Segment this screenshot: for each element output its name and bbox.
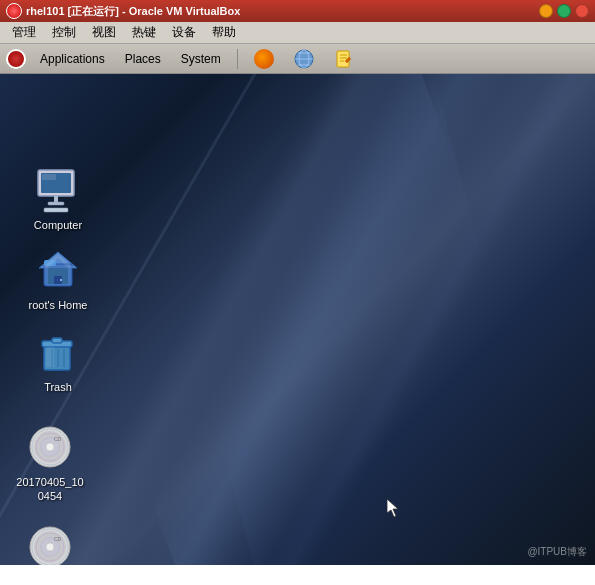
trash-icon[interactable]: Trash bbox=[18, 324, 98, 398]
maximize-button[interactable] bbox=[557, 4, 571, 18]
title-bar: rhel101 [正在运行] - Oracle VM VirtualBox bbox=[0, 0, 595, 22]
svg-rect-12 bbox=[54, 196, 58, 202]
svg-rect-14 bbox=[44, 208, 68, 212]
applications-menu[interactable]: Applications bbox=[34, 50, 111, 68]
cd1-icon[interactable]: CD 20170405_100454 bbox=[10, 419, 90, 508]
svg-rect-13 bbox=[48, 202, 64, 205]
mouse-cursor bbox=[387, 499, 399, 517]
svg-rect-28 bbox=[46, 347, 54, 367]
home-icon[interactable]: root's Home bbox=[18, 242, 98, 316]
cd2-icon-image: CD bbox=[26, 523, 74, 565]
desktop: Computer root's Home bbox=[0, 74, 595, 565]
separator bbox=[237, 49, 238, 69]
browser-launcher[interactable] bbox=[288, 47, 320, 71]
menu-devices[interactable]: 设备 bbox=[164, 22, 204, 43]
virtualbox-icon bbox=[6, 3, 22, 19]
computer-icon-image bbox=[34, 166, 82, 214]
computer-label: Computer bbox=[34, 218, 82, 232]
title-bar-controls[interactable] bbox=[539, 4, 589, 18]
firefox-launcher[interactable] bbox=[248, 47, 280, 71]
minimize-button[interactable] bbox=[539, 4, 553, 18]
cd1-icon-image: CD bbox=[26, 423, 74, 471]
menu-hotkey[interactable]: 热键 bbox=[124, 22, 164, 43]
menu-manage[interactable]: 管理 bbox=[4, 22, 44, 43]
cd2-icon[interactable]: CD RHEL_6.4 x86_64 Disc 1 bbox=[10, 519, 90, 565]
svg-rect-11 bbox=[42, 174, 56, 180]
app-bar: Applications Places System bbox=[0, 44, 595, 74]
home-label: root's Home bbox=[29, 298, 88, 312]
system-menu[interactable]: System bbox=[175, 50, 227, 68]
gnome-icon bbox=[6, 49, 26, 69]
title-bar-left: rhel101 [正在运行] - Oracle VM VirtualBox bbox=[6, 3, 240, 19]
svg-point-36 bbox=[41, 438, 59, 456]
computer-icon[interactable]: Computer bbox=[18, 162, 98, 236]
svg-rect-24 bbox=[52, 338, 62, 343]
notepad-launcher[interactable] bbox=[328, 47, 360, 71]
menu-view[interactable]: 视图 bbox=[84, 22, 124, 43]
cd1-label: 20170405_100454 bbox=[14, 475, 86, 504]
trash-label: Trash bbox=[44, 380, 72, 394]
trash-icon-image bbox=[34, 328, 82, 376]
window-title: rhel101 [正在运行] - Oracle VM VirtualBox bbox=[26, 4, 240, 19]
svg-marker-45 bbox=[387, 499, 398, 517]
svg-point-44 bbox=[41, 538, 59, 556]
menu-bar: 管理 控制 视图 热键 设备 帮助 bbox=[0, 22, 595, 44]
svg-point-21 bbox=[60, 279, 62, 281]
firefox-icon bbox=[254, 49, 274, 69]
menu-control[interactable]: 控制 bbox=[44, 22, 84, 43]
watermark: @ITPUB博客 bbox=[527, 545, 587, 559]
home-icon-image bbox=[34, 246, 82, 294]
notepad-icon bbox=[334, 49, 354, 69]
menu-help[interactable]: 帮助 bbox=[204, 22, 244, 43]
browser-icon bbox=[294, 49, 314, 69]
close-button[interactable] bbox=[575, 4, 589, 18]
places-menu[interactable]: Places bbox=[119, 50, 167, 68]
